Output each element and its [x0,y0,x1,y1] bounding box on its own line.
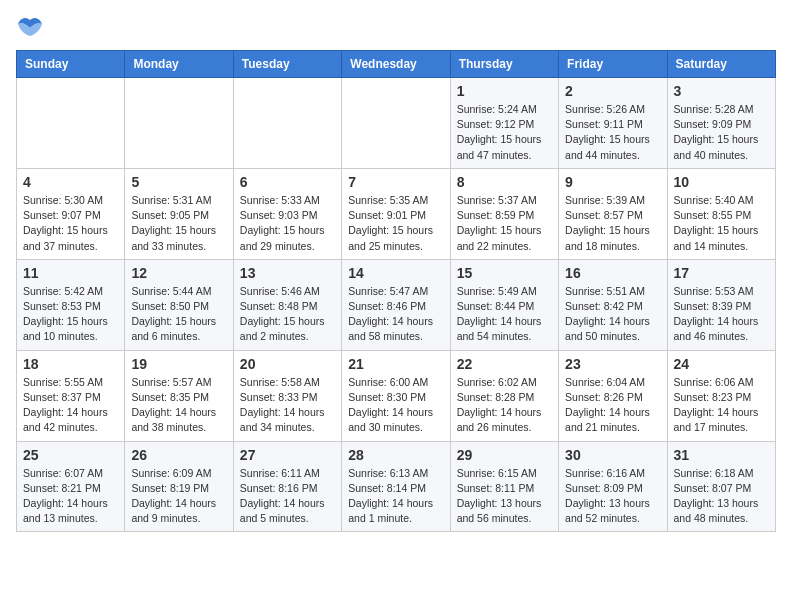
day-number: 19 [131,356,226,372]
calendar-header: SundayMondayTuesdayWednesdayThursdayFrid… [17,51,776,78]
day-number: 23 [565,356,660,372]
day-number: 13 [240,265,335,281]
calendar-cell: 16Sunrise: 5:51 AMSunset: 8:42 PMDayligh… [559,259,667,350]
calendar-cell: 10Sunrise: 5:40 AMSunset: 8:55 PMDayligh… [667,168,775,259]
day-info: Sunrise: 5:46 AMSunset: 8:48 PMDaylight:… [240,284,335,345]
day-number: 17 [674,265,769,281]
calendar-cell: 3Sunrise: 5:28 AMSunset: 9:09 PMDaylight… [667,78,775,169]
calendar-cell: 27Sunrise: 6:11 AMSunset: 8:16 PMDayligh… [233,441,341,532]
day-number: 11 [23,265,118,281]
calendar-cell: 4Sunrise: 5:30 AMSunset: 9:07 PMDaylight… [17,168,125,259]
day-info: Sunrise: 6:09 AMSunset: 8:19 PMDaylight:… [131,466,226,527]
weekday-header-thursday: Thursday [450,51,558,78]
calendar-week-row: 25Sunrise: 6:07 AMSunset: 8:21 PMDayligh… [17,441,776,532]
page-header [16,16,776,38]
calendar-cell: 2Sunrise: 5:26 AMSunset: 9:11 PMDaylight… [559,78,667,169]
day-number: 7 [348,174,443,190]
calendar-cell: 26Sunrise: 6:09 AMSunset: 8:19 PMDayligh… [125,441,233,532]
day-info: Sunrise: 5:26 AMSunset: 9:11 PMDaylight:… [565,102,660,163]
day-number: 18 [23,356,118,372]
day-info: Sunrise: 6:15 AMSunset: 8:11 PMDaylight:… [457,466,552,527]
day-number: 15 [457,265,552,281]
day-info: Sunrise: 6:07 AMSunset: 8:21 PMDaylight:… [23,466,118,527]
day-info: Sunrise: 6:11 AMSunset: 8:16 PMDaylight:… [240,466,335,527]
weekday-header-wednesday: Wednesday [342,51,450,78]
calendar-cell: 15Sunrise: 5:49 AMSunset: 8:44 PMDayligh… [450,259,558,350]
calendar-body: 1Sunrise: 5:24 AMSunset: 9:12 PMDaylight… [17,78,776,532]
logo [16,16,48,38]
calendar-cell: 5Sunrise: 5:31 AMSunset: 9:05 PMDaylight… [125,168,233,259]
day-info: Sunrise: 5:30 AMSunset: 9:07 PMDaylight:… [23,193,118,254]
calendar-cell: 31Sunrise: 6:18 AMSunset: 8:07 PMDayligh… [667,441,775,532]
calendar-week-row: 11Sunrise: 5:42 AMSunset: 8:53 PMDayligh… [17,259,776,350]
day-info: Sunrise: 5:55 AMSunset: 8:37 PMDaylight:… [23,375,118,436]
weekday-header-sunday: Sunday [17,51,125,78]
calendar-cell: 20Sunrise: 5:58 AMSunset: 8:33 PMDayligh… [233,350,341,441]
day-number: 8 [457,174,552,190]
day-info: Sunrise: 5:57 AMSunset: 8:35 PMDaylight:… [131,375,226,436]
calendar-cell: 18Sunrise: 5:55 AMSunset: 8:37 PMDayligh… [17,350,125,441]
calendar-week-row: 4Sunrise: 5:30 AMSunset: 9:07 PMDaylight… [17,168,776,259]
day-number: 25 [23,447,118,463]
calendar-week-row: 1Sunrise: 5:24 AMSunset: 9:12 PMDaylight… [17,78,776,169]
calendar-cell: 13Sunrise: 5:46 AMSunset: 8:48 PMDayligh… [233,259,341,350]
calendar-cell: 6Sunrise: 5:33 AMSunset: 9:03 PMDaylight… [233,168,341,259]
calendar-cell [233,78,341,169]
day-info: Sunrise: 6:04 AMSunset: 8:26 PMDaylight:… [565,375,660,436]
calendar-cell [342,78,450,169]
day-number: 21 [348,356,443,372]
calendar-cell: 1Sunrise: 5:24 AMSunset: 9:12 PMDaylight… [450,78,558,169]
day-number: 2 [565,83,660,99]
calendar-cell: 23Sunrise: 6:04 AMSunset: 8:26 PMDayligh… [559,350,667,441]
calendar-cell: 14Sunrise: 5:47 AMSunset: 8:46 PMDayligh… [342,259,450,350]
calendar-cell [17,78,125,169]
calendar-cell: 29Sunrise: 6:15 AMSunset: 8:11 PMDayligh… [450,441,558,532]
day-info: Sunrise: 5:39 AMSunset: 8:57 PMDaylight:… [565,193,660,254]
day-info: Sunrise: 5:40 AMSunset: 8:55 PMDaylight:… [674,193,769,254]
day-info: Sunrise: 5:53 AMSunset: 8:39 PMDaylight:… [674,284,769,345]
day-info: Sunrise: 5:33 AMSunset: 9:03 PMDaylight:… [240,193,335,254]
day-info: Sunrise: 6:16 AMSunset: 8:09 PMDaylight:… [565,466,660,527]
day-number: 20 [240,356,335,372]
calendar-cell: 8Sunrise: 5:37 AMSunset: 8:59 PMDaylight… [450,168,558,259]
day-info: Sunrise: 6:13 AMSunset: 8:14 PMDaylight:… [348,466,443,527]
day-number: 4 [23,174,118,190]
day-number: 31 [674,447,769,463]
day-number: 6 [240,174,335,190]
calendar-cell [125,78,233,169]
day-info: Sunrise: 6:06 AMSunset: 8:23 PMDaylight:… [674,375,769,436]
day-number: 26 [131,447,226,463]
weekday-header-monday: Monday [125,51,233,78]
day-info: Sunrise: 5:58 AMSunset: 8:33 PMDaylight:… [240,375,335,436]
day-number: 9 [565,174,660,190]
day-info: Sunrise: 6:18 AMSunset: 8:07 PMDaylight:… [674,466,769,527]
day-info: Sunrise: 5:47 AMSunset: 8:46 PMDaylight:… [348,284,443,345]
day-info: Sunrise: 5:31 AMSunset: 9:05 PMDaylight:… [131,193,226,254]
weekday-header-row: SundayMondayTuesdayWednesdayThursdayFrid… [17,51,776,78]
day-info: Sunrise: 5:44 AMSunset: 8:50 PMDaylight:… [131,284,226,345]
weekday-header-friday: Friday [559,51,667,78]
logo-bird-icon [16,16,44,38]
weekday-header-tuesday: Tuesday [233,51,341,78]
calendar-cell: 25Sunrise: 6:07 AMSunset: 8:21 PMDayligh… [17,441,125,532]
day-number: 5 [131,174,226,190]
weekday-header-saturday: Saturday [667,51,775,78]
calendar-cell: 22Sunrise: 6:02 AMSunset: 8:28 PMDayligh… [450,350,558,441]
day-info: Sunrise: 6:02 AMSunset: 8:28 PMDaylight:… [457,375,552,436]
day-number: 1 [457,83,552,99]
day-number: 16 [565,265,660,281]
calendar-table: SundayMondayTuesdayWednesdayThursdayFrid… [16,50,776,532]
day-number: 30 [565,447,660,463]
day-number: 14 [348,265,443,281]
calendar-cell: 7Sunrise: 5:35 AMSunset: 9:01 PMDaylight… [342,168,450,259]
calendar-cell: 30Sunrise: 6:16 AMSunset: 8:09 PMDayligh… [559,441,667,532]
day-info: Sunrise: 5:37 AMSunset: 8:59 PMDaylight:… [457,193,552,254]
calendar-cell: 9Sunrise: 5:39 AMSunset: 8:57 PMDaylight… [559,168,667,259]
calendar-cell: 28Sunrise: 6:13 AMSunset: 8:14 PMDayligh… [342,441,450,532]
day-info: Sunrise: 5:51 AMSunset: 8:42 PMDaylight:… [565,284,660,345]
day-info: Sunrise: 5:28 AMSunset: 9:09 PMDaylight:… [674,102,769,163]
day-info: Sunrise: 5:35 AMSunset: 9:01 PMDaylight:… [348,193,443,254]
calendar-cell: 24Sunrise: 6:06 AMSunset: 8:23 PMDayligh… [667,350,775,441]
day-number: 12 [131,265,226,281]
day-info: Sunrise: 6:00 AMSunset: 8:30 PMDaylight:… [348,375,443,436]
